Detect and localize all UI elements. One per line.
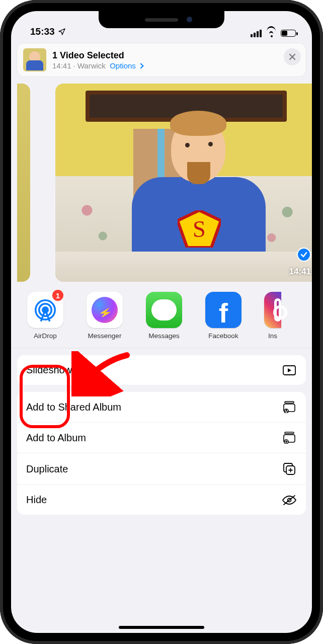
instagram-icon <box>264 292 281 328</box>
screen: 15:33 1 Video Selected 14:41·Warwick Opt… <box>11 11 312 633</box>
preview-prev-peek[interactable] <box>17 84 30 282</box>
play-rect-icon <box>282 365 297 375</box>
cellular-signal-icon <box>251 30 262 37</box>
messages-icon <box>146 292 182 328</box>
action-duplicate[interactable]: Duplicate <box>17 453 306 485</box>
close-button[interactable] <box>284 48 301 65</box>
share-sheet-header: 1 Video Selected 14:41·Warwick Options <box>17 43 306 76</box>
chevron-right-icon <box>138 63 143 68</box>
selection-subtitle: 14:41·Warwick Options <box>52 61 143 70</box>
selected-check-icon[interactable] <box>297 248 311 262</box>
messenger-icon: ⚡ <box>87 292 123 328</box>
front-camera <box>187 17 192 22</box>
home-indicator[interactable] <box>119 626 204 629</box>
speaker-grill <box>145 18 178 22</box>
action-add-shared-album[interactable]: Add to Shared Album <box>17 392 306 422</box>
action-add-album[interactable]: Add to Album <box>17 422 306 453</box>
share-apps-row[interactable]: 1 AirDrop ⚡ Messenger Messages f Faceboo… <box>11 289 312 348</box>
svg-rect-9 <box>285 432 294 434</box>
share-app-airdrop[interactable]: 1 AirDrop <box>25 292 65 340</box>
action-hide[interactable]: Hide <box>17 485 306 515</box>
action-label: Hide <box>26 494 47 506</box>
selection-location: Warwick <box>77 61 106 70</box>
battery-icon <box>281 30 296 37</box>
facebook-icon: f <box>205 292 241 328</box>
album-plus-icon <box>282 432 297 444</box>
action-label: Duplicate <box>26 463 68 475</box>
location-arrow-icon <box>58 28 66 36</box>
share-app-messenger[interactable]: ⚡ Messenger <box>85 292 125 340</box>
airdrop-badge: 1 <box>51 289 64 302</box>
action-group-1: Slideshow <box>17 355 306 385</box>
selection-time: 14:41 <box>52 61 71 70</box>
app-label: Messages <box>148 332 180 340</box>
action-group-2: Add to Shared Album Add to Album Duplica… <box>17 392 306 515</box>
preview-item[interactable]: S 14:41 <box>55 84 312 282</box>
app-label: AirDrop <box>34 332 57 340</box>
video-duration: 14:41 <box>289 267 311 277</box>
wifi-icon <box>266 29 277 37</box>
action-label: Add to Album <box>26 432 86 444</box>
share-app-messages[interactable]: Messages <box>144 292 184 340</box>
action-label: Add to Shared Album <box>26 401 121 413</box>
action-slideshow[interactable]: Slideshow <box>17 355 306 385</box>
device-frame: 15:33 1 Video Selected 14:41·Warwick Opt… <box>0 0 323 644</box>
close-icon <box>289 53 296 60</box>
duplicate-icon <box>282 462 297 475</box>
app-label: Messenger <box>88 332 122 340</box>
preview-strip[interactable]: S 14:41 <box>11 76 312 289</box>
app-label: Ins <box>268 332 277 340</box>
options-link[interactable]: Options <box>110 61 143 70</box>
app-label: Facebook <box>208 332 238 340</box>
svg-text:S: S <box>193 216 206 242</box>
svg-rect-5 <box>285 401 294 403</box>
notch <box>99 11 224 28</box>
status-time: 15:33 <box>30 26 55 37</box>
selection-thumbnail[interactable] <box>23 48 46 71</box>
selection-title: 1 Video Selected <box>52 50 143 61</box>
shirt-logo: S <box>178 210 221 248</box>
eye-slash-icon <box>282 495 297 506</box>
action-label: Slideshow <box>26 364 72 376</box>
share-app-instagram[interactable]: Ins <box>263 292 283 340</box>
share-app-facebook[interactable]: f Facebook <box>203 292 244 340</box>
shared-album-icon <box>282 401 297 413</box>
